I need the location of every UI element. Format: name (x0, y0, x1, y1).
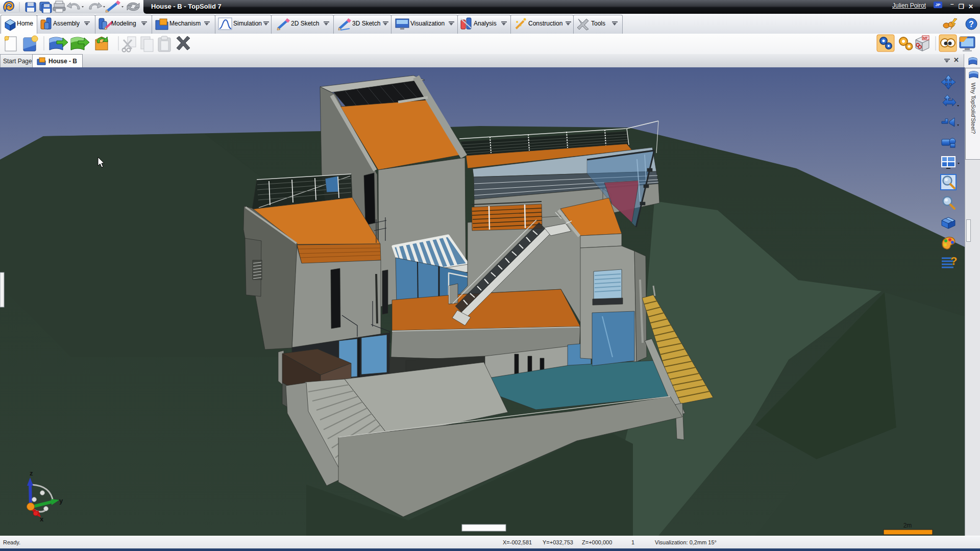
svg-text:?: ? (950, 255, 957, 267)
svg-text:MF: MF (923, 36, 928, 40)
svg-text:x: x (40, 515, 44, 523)
svg-text:z: z (30, 469, 33, 477)
svg-text:?: ? (969, 20, 974, 29)
svg-text:y: y (59, 497, 63, 505)
svg-text:2m: 2m (903, 522, 912, 529)
